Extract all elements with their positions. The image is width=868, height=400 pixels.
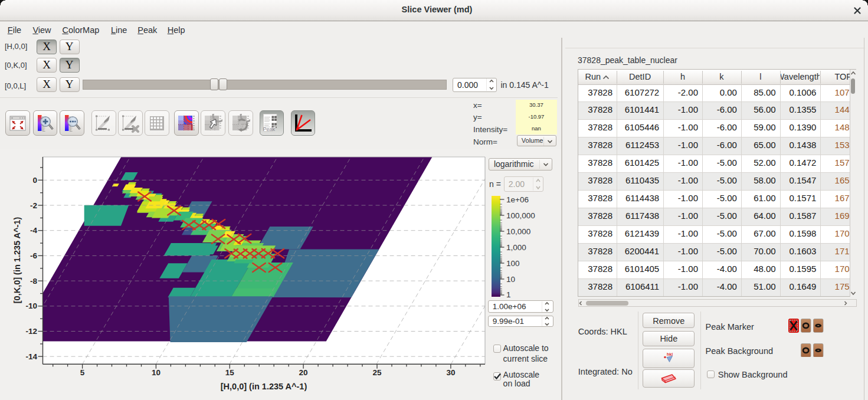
svg-text:[H,0,0] (in 1.235 A^-1): [H,0,0] (in 1.235 A^-1) [221,382,307,391]
svg-text:-8: -8 [30,277,37,286]
svg-text:Peak: Peak [263,126,276,132]
svg-text:10: 10 [152,368,161,377]
svg-text:hkl: hkl [667,352,673,356]
svg-text:-4: -4 [30,226,37,235]
svg-text:15: 15 [225,368,235,377]
svg-text:-12: -12 [25,327,37,336]
svg-text:20: 20 [299,368,308,377]
svg-text:[0,K,0] (in 1.235 A^-1): [0,K,0] (in 1.235 A^-1) [12,217,22,304]
svg-text:30: 30 [446,368,455,377]
svg-text:0: 0 [32,176,37,185]
svg-text:-14: -14 [25,352,37,361]
svg-text:-6: -6 [30,251,37,260]
svg-text:-2: -2 [30,201,37,210]
svg-text:5: 5 [80,368,85,377]
svg-text:25: 25 [372,368,382,377]
svg-text:-10: -10 [25,301,37,310]
